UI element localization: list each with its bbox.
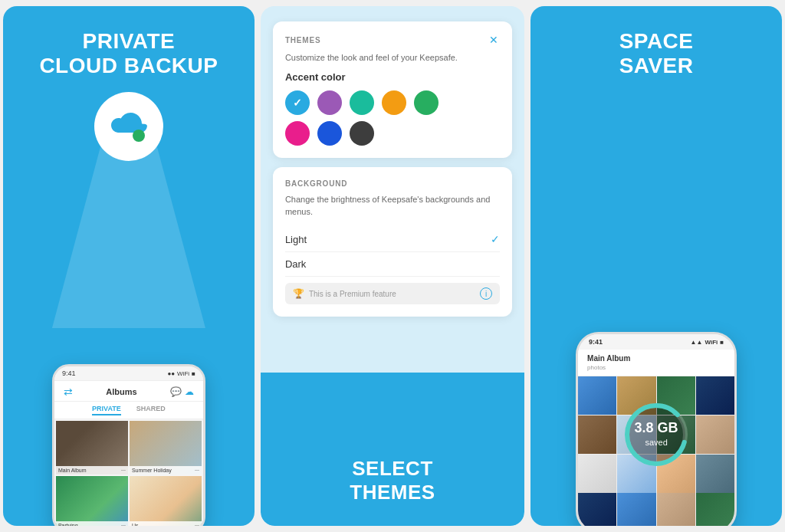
info-icon[interactable]: i — [480, 287, 492, 300]
savings-overlay: 3.8 GB saved — [622, 400, 691, 469]
color-grid — [285, 90, 500, 146]
phone3-status-bar: 9:41 ▲▲ WiFi ■ — [578, 334, 734, 350]
mosaic-14 — [617, 493, 655, 526]
color-purple[interactable] — [317, 90, 342, 115]
phone-nav-bar: ⇄ Albums 💬 ☁ — [54, 381, 203, 402]
select-themes-label: SELECT THEMES — [350, 457, 435, 504]
panel1-title: PRIVATE CLOUD BACKUP — [24, 29, 233, 78]
bg-option-light[interactable]: Light ✓ — [285, 227, 500, 252]
color-green[interactable] — [414, 90, 438, 115]
mosaic-1 — [578, 376, 616, 415]
themes-card-header: THEMES ✕ — [285, 34, 500, 46]
mosaic-4 — [696, 376, 734, 415]
phone3-album-sub: photos — [587, 364, 606, 371]
color-blue[interactable] — [285, 90, 310, 115]
background-description: Change the brightness of Keepsafe's back… — [285, 194, 500, 218]
savings-text: 3.8 GB saved — [635, 421, 678, 448]
mosaic-16 — [696, 493, 734, 526]
phone-status-bar: 9:41 ●● WiFi ■ — [54, 366, 203, 381]
phone-status-icons: ●● WiFi ■ — [167, 370, 195, 377]
phone3-album-title: Main Album — [587, 354, 630, 363]
themes-description: Customize the look and feel of your Keep… — [285, 52, 500, 64]
background-title: BACKGROUND — [285, 179, 500, 188]
select-label: SELECT — [352, 457, 433, 480]
photo-label-2: Summer Holiday··· — [130, 466, 202, 475]
panel-space-saver: SPACE SAVER 9:41 ▲▲ WiFi ■ Main Album ph… — [530, 6, 782, 526]
phone3-status-icons: ▲▲ WiFi ■ — [691, 339, 724, 346]
savings-value: 3.8 GB — [635, 421, 678, 435]
phone3-time: 9:41 — [589, 338, 603, 346]
color-row-2 — [285, 121, 500, 146]
bg-option-dark[interactable]: Dark — [285, 252, 500, 277]
savings-label: saved — [645, 438, 667, 447]
premium-bar: 🏆 This is a Premium feature i — [285, 283, 500, 304]
panel3-title: SPACE SAVER — [604, 29, 709, 78]
bg-dark-label: Dark — [285, 258, 306, 270]
photo-cell-2: Summer Holiday··· — [130, 421, 202, 475]
bg-light-check: ✓ — [491, 233, 500, 245]
color-orange[interactable] — [382, 90, 406, 115]
phone-mockup-1: 9:41 ●● WiFi ■ ⇄ Albums 💬 ☁ PRIVATE SHAR… — [52, 364, 205, 526]
phone3-header: Main Album photos — [578, 350, 734, 376]
phone-tabs: PRIVATE SHARED — [54, 402, 203, 419]
photo-cell-1: Main Album··· — [56, 421, 128, 475]
photo-cell-3: Partying··· — [56, 476, 128, 526]
color-teal[interactable] — [350, 90, 374, 115]
color-dark-gray[interactable] — [350, 121, 374, 146]
cloud-icon — [107, 110, 151, 143]
photo-label-4: Us··· — [130, 521, 202, 526]
themes-card: THEMES ✕ Customize the look and feel of … — [273, 21, 512, 158]
tab-private[interactable]: PRIVATE — [92, 405, 121, 415]
mosaic-5 — [578, 415, 616, 454]
mosaic-15 — [657, 493, 695, 526]
photo-label-1: Main Album··· — [56, 466, 128, 475]
color-dark-blue[interactable] — [317, 121, 342, 146]
cloud-icon-circle — [94, 92, 163, 161]
premium-label: This is a Premium feature — [309, 290, 396, 298]
phone-photo-grid: Main Album··· Summer Holiday··· Partying… — [54, 419, 203, 526]
color-row-1 — [285, 90, 500, 115]
photo-label-3: Partying··· — [56, 521, 128, 526]
photo-mosaic-container: 3.8 GB saved — [578, 376, 734, 493]
background-card: BACKGROUND Change the brightness of Keep… — [273, 167, 512, 317]
mosaic-9 — [578, 455, 616, 493]
close-button[interactable]: ✕ — [488, 34, 500, 46]
phone-albums-title: Albums — [106, 387, 136, 396]
photo-cell-4: Us··· — [130, 476, 202, 526]
premium-icon-text: 🏆 This is a Premium feature — [293, 288, 396, 299]
phone-time: 9:41 — [62, 369, 76, 377]
panel-cloud-backup: PRIVATE CLOUD BACKUP 9:41 ●● WiFi ■ ⇄ Al… — [3, 6, 255, 526]
mosaic-8 — [696, 415, 734, 454]
mosaic-12 — [696, 455, 734, 493]
photo-mosaic-2 — [578, 493, 734, 526]
phone-mockup-3: 9:41 ▲▲ WiFi ■ Main Album photos — [576, 332, 737, 526]
svg-point-0 — [133, 130, 145, 142]
panel-themes: THEMES ✕ Customize the look and feel of … — [261, 6, 524, 526]
bg-light-label: Light — [285, 234, 307, 245]
accent-label: Accent color — [285, 71, 500, 83]
themes-label: THEMES — [350, 481, 435, 504]
premium-icon: 🏆 — [293, 288, 304, 299]
themes-title: THEMES — [285, 36, 320, 44]
mosaic-13 — [578, 493, 616, 526]
tab-shared[interactable]: SHARED — [136, 405, 166, 415]
color-pink[interactable] — [285, 121, 310, 146]
